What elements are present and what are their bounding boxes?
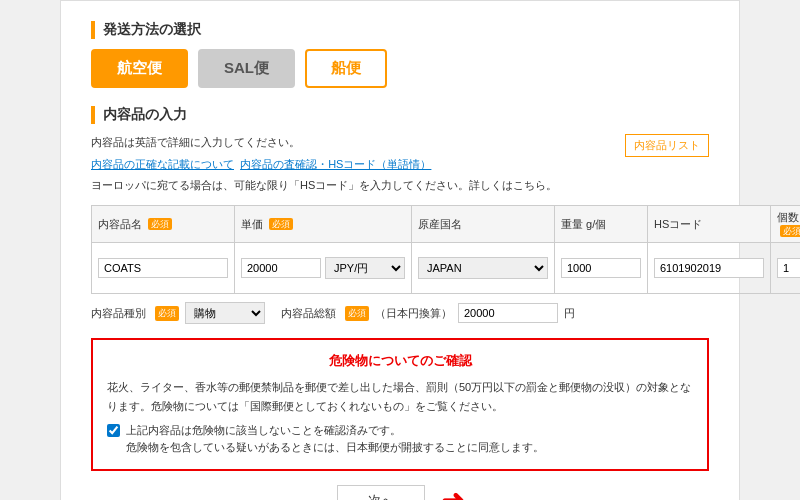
section-bar [91, 21, 95, 39]
note1: 内容品は英語で詳細に入力してください。 [91, 134, 557, 152]
content-row-1: JPY/円 JAPAN [92, 243, 801, 294]
weight-input[interactable] [561, 258, 641, 278]
currency-select[interactable]: JPY/円 [325, 257, 405, 279]
airmail-button[interactable]: 航空便 [91, 49, 188, 88]
col-item-name: 内容品名 必須 [92, 205, 235, 243]
unit-price-cell: JPY/円 [235, 243, 412, 294]
col-weight: 重量 g/個 [555, 205, 648, 243]
required-badge-qty: 必須 [780, 225, 800, 237]
content-list-button[interactable]: 内容品リスト [625, 134, 709, 157]
category-label: 内容品種別 [91, 306, 146, 321]
total-group: 内容品総額 必須 （日本円換算） 円 [281, 303, 575, 323]
content-input-table: 内容品名 必須 単価 必須 原産国名 重量 g/個 HSコード [91, 205, 800, 295]
danger-checkbox-row: 上記内容品は危険物に該当しないことを確認済みです。 危険物を包含している疑いがあ… [107, 422, 693, 457]
content-section: 内容品は英語で詳細に入力してください。 内容品の正確な記載について 内容品の査確… [91, 134, 709, 324]
danger-text1: 花火、ライター、香水等の郵便禁制品を郵便で差し出した場合、罰則（50万円以下の罰… [107, 378, 693, 415]
note2-link2[interactable]: 内容品の査確認・HSコード（単語情） [240, 158, 431, 170]
content-section-header: 内容品の入力 [91, 106, 709, 124]
hs-code-input[interactable] [654, 258, 764, 278]
total-label: 内容品総額 [281, 306, 336, 321]
total-note: （日本円換算） [375, 306, 452, 321]
category-group: 内容品種別 必須 購物 [91, 302, 265, 324]
weight-cell [555, 243, 648, 294]
note2-link1[interactable]: 内容品の正確な記載について [91, 158, 234, 170]
sal-button[interactable]: SAL便 [198, 49, 295, 88]
main-container: 発送方法の選択 航空便 SAL便 船便 内容品の入力 内容品は英語で詳細に入力し… [60, 0, 740, 500]
total-input[interactable] [458, 303, 558, 323]
bottom-row: 内容品種別 必須 購物 内容品総額 必須 （日本円換算） 円 [91, 302, 709, 324]
currency-unit: 円 [564, 306, 575, 321]
shipping-section-title: 発送方法の選択 [103, 21, 201, 39]
note2: 内容品の正確な記載について 内容品の査確認・HSコード（単語情） [91, 156, 557, 174]
sea-mail-button[interactable]: 船便 [305, 49, 387, 88]
quantity-input[interactable] [777, 258, 800, 278]
danger-checkbox-text: 上記内容品は危険物に該当しないことを確認済みです。 危険物を包含している疑いがあ… [126, 422, 544, 457]
shipping-buttons: 航空便 SAL便 船便 [91, 49, 709, 88]
danger-box: 危険物についてのご確認 花火、ライター、香水等の郵便禁制品を郵便で差し出した場合… [91, 338, 709, 471]
required-badge-total: 必須 [345, 306, 369, 321]
col-unit-price: 単価 必須 [235, 205, 412, 243]
arrow-right-icon: ➜ [441, 487, 464, 500]
unit-price-input[interactable] [241, 258, 321, 278]
content-section-bar [91, 106, 95, 124]
col-hs-code: HSコード [648, 205, 771, 243]
col-origin: 原産国名 [412, 205, 555, 243]
col-quantity: 個数 必須 [771, 205, 801, 243]
danger-title: 危険物についてのご確認 [107, 352, 693, 370]
quantity-cell [771, 243, 801, 294]
item-name-cell [92, 243, 235, 294]
shipping-section-header: 発送方法の選択 [91, 21, 709, 39]
item-name-input[interactable] [98, 258, 228, 278]
hs-code-cell [648, 243, 771, 294]
origin-select[interactable]: JAPAN [418, 257, 548, 279]
content-header-row: 内容品は英語で詳細に入力してください。 内容品の正確な記載について 内容品の査確… [91, 134, 709, 199]
next-button[interactable]: 次へ [337, 485, 425, 500]
required-badge-category: 必須 [155, 306, 179, 321]
content-notes: 内容品は英語で詳細に入力してください。 内容品の正確な記載について 内容品の査確… [91, 134, 557, 199]
content-section-title: 内容品の入力 [103, 106, 187, 124]
category-select[interactable]: 購物 [185, 302, 265, 324]
danger-checkbox[interactable] [107, 424, 120, 437]
origin-cell: JAPAN [412, 243, 555, 294]
note3: ヨーロッパに宛てる場合は、可能な限り「HSコード」を入力してください。詳しくはこ… [91, 177, 557, 195]
nav-buttons: 次へ ➜ [91, 485, 709, 500]
required-badge-name: 必須 [148, 218, 172, 230]
required-badge-price: 必須 [269, 218, 293, 230]
